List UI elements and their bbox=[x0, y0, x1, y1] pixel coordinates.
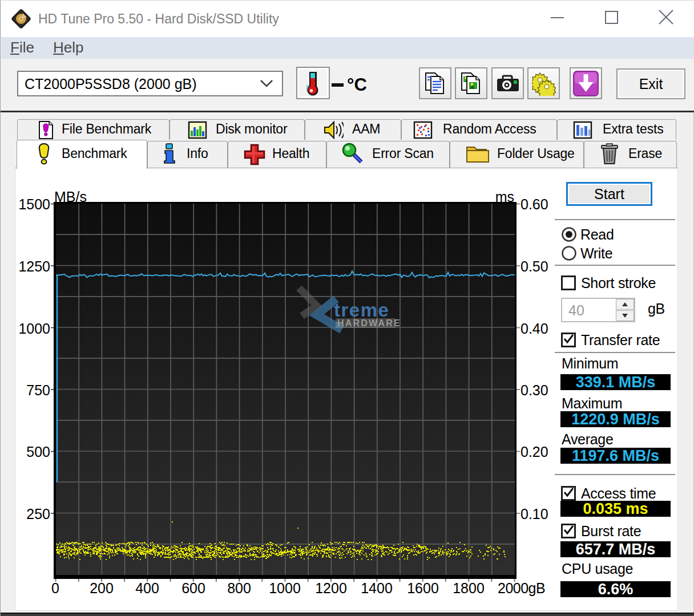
svg-text:treme: treme bbox=[334, 299, 389, 321]
svg-text:HARDWARE: HARDWARE bbox=[337, 318, 401, 328]
